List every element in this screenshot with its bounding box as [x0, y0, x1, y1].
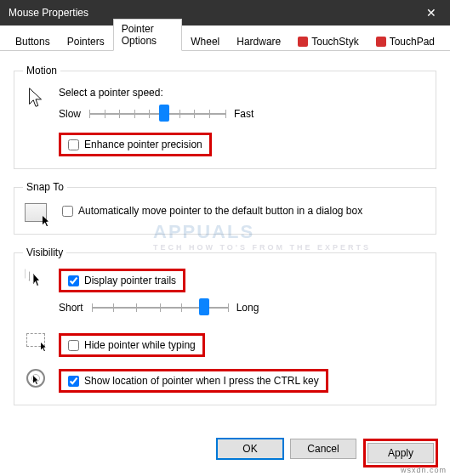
group-visibility: Visibility Display pointer trails Shor — [14, 246, 436, 405]
snap-icon — [25, 203, 47, 222]
group-snap-to: Snap To Automatically move pointer to th… — [14, 181, 436, 235]
pointer-speed-slider[interactable] — [89, 104, 225, 124]
ctrl-locate-icon — [26, 369, 45, 388]
window-title: Mouse Properties — [9, 7, 88, 19]
highlight-ctrl-locate: Show location of pointer when I press th… — [59, 369, 328, 393]
label-slow: Slow — [59, 108, 81, 120]
hide-while-typing-input[interactable] — [68, 340, 79, 351]
close-icon[interactable]: ✕ — [412, 0, 450, 26]
label-long: Long — [236, 302, 259, 314]
highlight-apply: Apply — [363, 439, 438, 468]
highlight-enhance: Enhance pointer precision — [59, 133, 212, 156]
tab-hardware[interactable]: Hardware — [228, 31, 289, 51]
touchpad-icon — [376, 37, 386, 47]
legend-motion: Motion — [23, 65, 60, 76]
pointer-trails-input[interactable] — [68, 275, 79, 286]
cancel-button[interactable]: Cancel — [290, 439, 356, 459]
highlight-trails: Display pointer trails — [59, 269, 185, 292]
tab-touchpad[interactable]: TouchPad — [367, 31, 443, 51]
tab-pointers[interactable]: Pointers — [59, 31, 113, 51]
tab-buttons[interactable]: Buttons — [7, 31, 59, 51]
snap-to-checkbox[interactable]: Automatically move pointer to the defaul… — [59, 203, 427, 218]
snap-to-input[interactable] — [62, 206, 73, 217]
enhance-precision-input[interactable] — [68, 139, 79, 150]
credit-text: wsxdn.com — [401, 466, 447, 474]
pointer-trails-checkbox[interactable]: Display pointer trails — [65, 273, 179, 288]
hide-typing-icon — [26, 333, 45, 347]
tab-touchstyk[interactable]: TouchStyk — [289, 31, 367, 51]
trails-icon — [25, 269, 47, 287]
ctrl-locate-input[interactable] — [68, 376, 79, 387]
dialog-buttons: OK Cancel Apply — [217, 439, 438, 468]
tab-panel: Motion Select a pointer speed: Slow — [0, 51, 450, 431]
legend-snap: Snap To — [23, 181, 67, 193]
tab-wheel[interactable]: Wheel — [182, 31, 228, 51]
ok-button[interactable]: OK — [217, 439, 283, 459]
titlebar: Mouse Properties ✕ — [0, 0, 450, 26]
highlight-hide-typing: Hide pointer while typing — [59, 333, 205, 357]
apply-button[interactable]: Apply — [367, 443, 434, 463]
tabstrip: Buttons Pointers Pointer Options Wheel H… — [0, 26, 450, 51]
tab-pointer-options[interactable]: Pointer Options — [113, 19, 182, 51]
hide-while-typing-checkbox[interactable]: Hide pointer while typing — [65, 337, 199, 353]
touchstyk-icon — [298, 37, 308, 47]
enhance-precision-checkbox[interactable]: Enhance pointer precision — [65, 137, 206, 152]
group-motion: Motion Select a pointer speed: Slow — [14, 65, 436, 169]
cursor-icon — [26, 87, 45, 109]
trail-length-slider[interactable] — [92, 298, 228, 318]
label-short: Short — [59, 302, 83, 314]
label-fast: Fast — [234, 108, 253, 120]
motion-caption: Select a pointer speed: — [59, 87, 427, 99]
legend-visibility: Visibility — [23, 246, 66, 258]
ctrl-locate-checkbox[interactable]: Show location of pointer when I press th… — [65, 373, 322, 388]
